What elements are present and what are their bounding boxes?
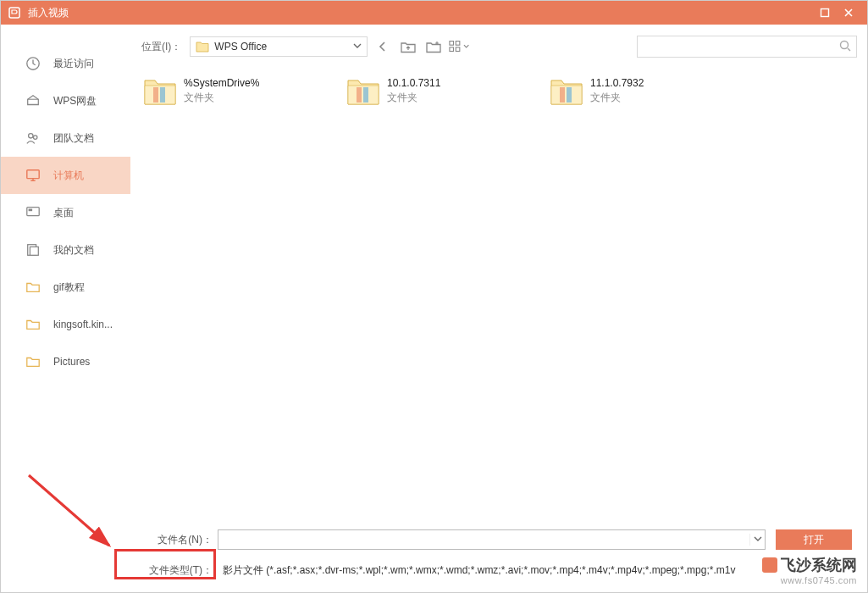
maximize-button[interactable] — [813, 1, 837, 25]
sidebar-item-wpscloud[interactable]: WPS网盘 — [1, 82, 130, 119]
sidebar-item-desktop[interactable]: 桌面 — [1, 194, 130, 231]
clock-icon — [25, 55, 41, 72]
folder-icon — [25, 353, 41, 370]
search-icon — [839, 40, 851, 54]
sidebar-item-label: Pictures — [53, 356, 90, 368]
filetype-label: 文件类型(T)： — [147, 563, 213, 578]
file-name: 11.1.0.7932 — [590, 75, 644, 91]
chevron-down-icon[interactable] — [749, 534, 765, 546]
svg-rect-5 — [27, 170, 39, 179]
svg-point-14 — [841, 41, 849, 48]
sidebar-item-label: kingsoft.kin... — [53, 319, 113, 330]
sidebar-item-mydocs[interactable]: 我的文档 — [1, 231, 130, 269]
file-type: 文件夹 — [184, 91, 259, 104]
view-mode-button[interactable] — [449, 36, 469, 57]
location-value: WPS Office — [214, 41, 353, 53]
svg-rect-12 — [450, 47, 454, 52]
folder-icon — [141, 75, 179, 109]
folder-item[interactable]: 11.1.0.7932 文件夹 — [545, 72, 748, 113]
svg-rect-10 — [450, 42, 454, 46]
sidebar-item-kingsoft[interactable]: kingsoft.kin... — [1, 306, 130, 343]
file-name: %SystemDrive% — [184, 75, 259, 91]
folder-item[interactable]: 10.1.0.7311 文件夹 — [341, 72, 545, 113]
svg-rect-1 — [821, 9, 829, 17]
svg-rect-17 — [357, 87, 362, 103]
chevron-down-icon — [353, 41, 362, 53]
svg-rect-18 — [363, 87, 368, 103]
up-folder-button[interactable] — [398, 36, 418, 57]
folder-mini-icon — [196, 41, 209, 53]
svg-rect-20 — [567, 87, 572, 103]
filetype-select[interactable]: 影片文件 (*.asf;*.asx;*.dvr-ms;*.wpl;*.wm;*.… — [218, 560, 852, 580]
sidebar-item-recent[interactable]: 最近访问 — [1, 45, 130, 82]
file-list: %SystemDrive% 文件夹 10.1.0.7311 文件夹 11.1.0… — [131, 69, 867, 521]
team-icon — [25, 130, 41, 147]
toolbar: 位置(I)： WPS Office — [131, 25, 867, 69]
location-label: 位置(I)： — [141, 40, 181, 54]
new-folder-button[interactable] — [423, 36, 444, 57]
close-button[interactable] — [837, 1, 860, 25]
folder-icon — [25, 279, 41, 296]
open-button[interactable]: 打开 — [776, 529, 852, 550]
svg-point-3 — [29, 134, 33, 138]
folder-icon — [345, 75, 382, 109]
svg-point-4 — [33, 136, 37, 140]
svg-rect-11 — [456, 42, 461, 46]
app-icon — [8, 6, 21, 19]
folder-icon — [25, 316, 41, 333]
filename-combobox[interactable] — [218, 529, 766, 550]
sidebar-item-label: 最近访问 — [53, 57, 94, 71]
svg-rect-0 — [9, 8, 19, 18]
sidebar-item-pictures[interactable]: Pictures — [1, 343, 130, 380]
folder-icon — [548, 75, 585, 109]
main-panel: 位置(I)： WPS Office %SystemDrive% 文件夹 — [131, 25, 867, 592]
filename-input[interactable] — [218, 530, 749, 549]
svg-rect-13 — [456, 47, 461, 52]
cloud-icon — [25, 92, 41, 109]
sidebar-item-team[interactable]: 团队文档 — [1, 119, 130, 157]
sidebar: 最近访问 WPS网盘 团队文档 计算机 桌面 我的文档 gif教程 kings — [1, 25, 131, 592]
search-input[interactable] — [643, 41, 839, 53]
sidebar-item-label: 计算机 — [53, 169, 84, 183]
bottom-panel: 文件名(N)： 打开 文件类型(T)： 影片文件 (*.asf;*.asx;*.… — [131, 521, 867, 592]
filename-label: 文件名(N)： — [147, 533, 213, 547]
sidebar-item-computer[interactable]: 计算机 — [1, 157, 130, 194]
back-button[interactable] — [373, 36, 393, 57]
svg-rect-6 — [27, 208, 39, 216]
file-name: 10.1.0.7311 — [387, 75, 440, 91]
svg-rect-9 — [30, 247, 38, 255]
monitor-icon — [25, 167, 41, 184]
svg-rect-7 — [29, 209, 33, 212]
file-type: 文件夹 — [387, 91, 440, 104]
file-type: 文件夹 — [590, 91, 644, 104]
svg-rect-16 — [160, 87, 165, 103]
sidebar-item-label: 我的文档 — [53, 243, 94, 258]
desktop-icon — [25, 204, 41, 221]
window-title: 插入视频 — [28, 6, 813, 20]
location-select[interactable]: WPS Office — [190, 36, 368, 57]
search-box[interactable] — [637, 36, 857, 58]
svg-rect-15 — [153, 87, 158, 103]
filetype-value: 影片文件 (*.asf;*.asx;*.dvr-ms;*.wpl;*.wm;*.… — [223, 563, 735, 578]
title-bar: 插入视频 — [1, 1, 867, 25]
sidebar-item-label: gif教程 — [53, 280, 85, 295]
sidebar-item-gif[interactable]: gif教程 — [1, 269, 130, 306]
sidebar-item-label: 团队文档 — [53, 131, 94, 146]
sidebar-item-label: 桌面 — [53, 206, 74, 220]
folder-item[interactable]: %SystemDrive% 文件夹 — [138, 72, 341, 113]
documents-icon — [25, 241, 41, 258]
sidebar-item-label: WPS网盘 — [53, 94, 97, 108]
svg-rect-19 — [560, 87, 565, 103]
